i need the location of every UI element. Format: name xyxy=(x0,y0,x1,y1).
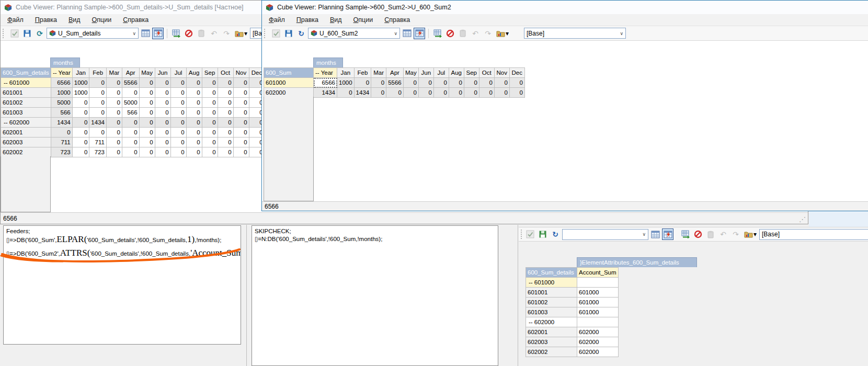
grid-cell[interactable]: 602000 xyxy=(577,347,619,357)
grid-cell[interactable]: 0 xyxy=(170,108,186,118)
open-view-button[interactable]: ▾ xyxy=(743,228,758,240)
grid-mode-button[interactable] xyxy=(140,28,151,39)
months-dimension-tab[interactable]: months xyxy=(50,58,80,67)
row-header[interactable]: 602000 xyxy=(264,88,314,98)
open-view-button[interactable]: ▾ xyxy=(495,28,510,39)
column-header[interactable]: Jan xyxy=(337,68,355,78)
grid-cell[interactable]: 0 xyxy=(186,78,202,88)
grid-cell[interactable]: 566 xyxy=(51,108,72,118)
grid-cell[interactable]: 1000 xyxy=(337,78,355,88)
menu-item-опции[interactable]: Опции xyxy=(87,15,117,25)
grid-cell[interactable]: 1434 xyxy=(51,118,72,128)
row-header[interactable]: 601003 xyxy=(526,307,577,317)
grid-cell[interactable]: 0 xyxy=(371,78,386,88)
grid-cell[interactable]: 1000 xyxy=(51,88,72,98)
grid-cell[interactable]: 0 xyxy=(509,88,524,98)
column-header[interactable]: Jul xyxy=(433,68,449,78)
attributes-dimension-tab[interactable]: }ElementAttributes_600_Sum_details xyxy=(577,257,697,267)
grid-cell[interactable]: 0 xyxy=(139,138,155,147)
grid-cell[interactable]: 0 xyxy=(72,138,89,147)
row-header[interactable]: 602003 xyxy=(1,138,51,147)
grid-cell[interactable]: 0 xyxy=(337,88,355,98)
recalculate-button[interactable]: ↻ xyxy=(295,28,307,39)
column-header[interactable]: Oct xyxy=(479,68,494,78)
chart-mode-button[interactable] xyxy=(152,28,164,39)
grid-cell[interactable]: 5566 xyxy=(386,78,404,88)
save-button[interactable] xyxy=(21,28,33,39)
grid-cell[interactable]: 0 xyxy=(479,78,494,88)
row-header[interactable]: 601003 xyxy=(1,108,51,118)
open-view-button[interactable]: ▾ xyxy=(233,28,249,39)
grid-cell[interactable]: 0 xyxy=(106,98,122,108)
grid-cell[interactable]: 0 xyxy=(155,88,170,98)
save-button[interactable] xyxy=(283,28,294,39)
undo-button[interactable]: ↶ xyxy=(470,28,481,39)
column-header[interactable]: Apr xyxy=(386,68,404,78)
grid-cell[interactable]: 0 xyxy=(202,98,218,108)
redo-button[interactable]: ↷ xyxy=(730,228,741,240)
recalculate-button[interactable]: ↻ xyxy=(550,228,561,240)
grid-cell[interactable]: 0 xyxy=(139,128,155,138)
grid-cell[interactable]: 0 xyxy=(72,118,89,128)
column-header[interactable]: Oct xyxy=(218,68,233,78)
grid-cell[interactable]: 602000 xyxy=(577,337,619,347)
grid-cell[interactable]: 0 xyxy=(155,128,170,138)
grid-cell[interactable]: 0 xyxy=(72,128,89,138)
grid-cell[interactable]: 0 xyxy=(202,118,218,128)
suspend-updates-button[interactable] xyxy=(692,228,704,240)
column-header[interactable]: May xyxy=(139,68,155,78)
grid-cell[interactable]: 0 xyxy=(139,147,155,157)
menu-item-справка[interactable]: Справка xyxy=(380,15,415,25)
grid-cell[interactable]: 0 xyxy=(509,78,524,88)
grid-cell[interactable]: 0 xyxy=(218,78,233,88)
row-header[interactable]: 602001 xyxy=(1,128,51,138)
column-header[interactable]: Apr xyxy=(122,68,139,78)
column-header[interactable]: Jun xyxy=(418,68,433,78)
grid-cell[interactable]: 0 xyxy=(155,138,170,147)
grid-cell[interactable]: 0 xyxy=(89,98,107,108)
grid-cell[interactable] xyxy=(577,317,619,327)
grid-cell[interactable]: 0 xyxy=(139,108,155,118)
column-header[interactable]: Jan xyxy=(72,68,89,78)
view-selector-combo[interactable]: ∨ xyxy=(562,229,648,240)
grid-cell[interactable]: 0 xyxy=(371,88,386,98)
column-header[interactable]: Jul xyxy=(170,68,186,78)
grid-cell[interactable]: 0 xyxy=(386,88,404,98)
grid-cell[interactable]: 0 xyxy=(233,78,249,88)
grid-cell[interactable]: 0 xyxy=(122,88,139,98)
grid-cell[interactable]: 0 xyxy=(186,138,202,147)
grid-cell[interactable]: 0 xyxy=(139,78,155,88)
grid-cell[interactable]: 711 xyxy=(89,138,107,147)
grid-cell[interactable]: 566 xyxy=(122,108,139,118)
base-selector-combo[interactable]: [Base] ∨ xyxy=(524,28,626,39)
apply-check-button[interactable] xyxy=(524,228,536,240)
rules-editor-feeders[interactable]: Feeders;▯=>DB('600_Sum',ELPAR('600_Sum_d… xyxy=(3,225,241,345)
grid-cell[interactable]: 0 xyxy=(186,118,202,128)
grid-cell[interactable]: 1000 xyxy=(72,78,89,88)
paste-button[interactable] xyxy=(705,228,716,240)
grid-cell[interactable]: 0 xyxy=(202,138,218,147)
row-header[interactable]: -- 601000 xyxy=(526,278,577,288)
grid-cell[interactable]: 0 xyxy=(106,78,122,88)
grid-cell[interactable]: 6566 xyxy=(314,78,337,88)
resize-grip[interactable]: ⋰ xyxy=(799,216,806,223)
grid-cell[interactable]: 0 xyxy=(233,147,249,157)
grid-cell[interactable]: 0 xyxy=(218,88,233,98)
grid-cell[interactable]: 0 xyxy=(51,128,72,138)
row-header[interactable]: 601002 xyxy=(1,98,51,108)
grid-cell[interactable]: 0 xyxy=(494,88,509,98)
grid-cell[interactable]: 5000 xyxy=(122,98,139,108)
grid-cell[interactable]: 0 xyxy=(433,78,449,88)
grid-cell[interactable]: 0 xyxy=(170,88,186,98)
grid-cell[interactable]: 0 xyxy=(202,108,218,118)
column-header[interactable]: Nov xyxy=(494,68,509,78)
menu-item-файл[interactable]: Файл xyxy=(3,15,28,25)
grid-cell[interactable]: 0 xyxy=(139,88,155,98)
menu-item-опции[interactable]: Опции xyxy=(349,15,378,25)
grid-cell[interactable]: 0 xyxy=(89,128,107,138)
row-header[interactable]: 602001 xyxy=(526,327,577,337)
undo-button[interactable]: ↶ xyxy=(717,228,729,240)
base-selector-combo[interactable]: [Base] ∨ xyxy=(759,229,868,240)
column-header[interactable]: Account_Sum xyxy=(577,268,619,278)
grid-cell[interactable]: 0 xyxy=(122,128,139,138)
